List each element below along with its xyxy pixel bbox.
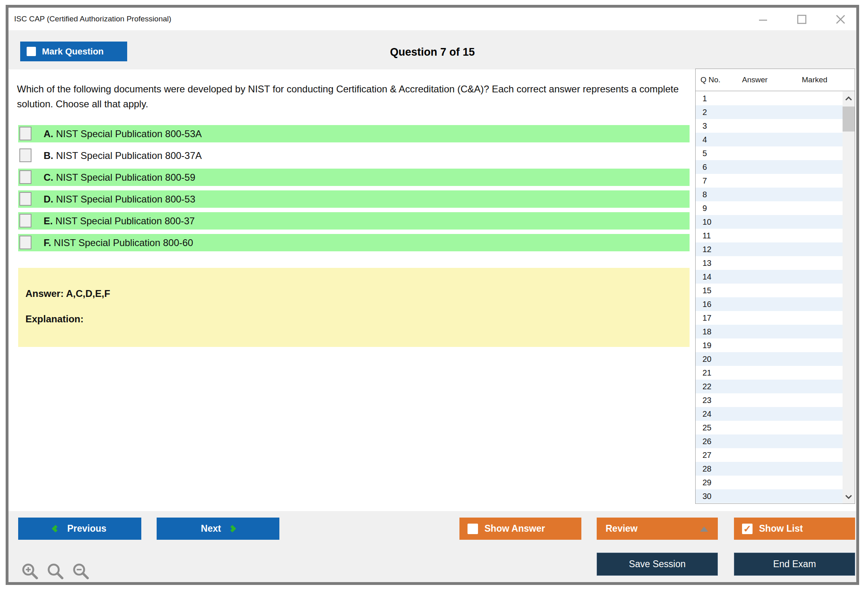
- option-letter: C.: [44, 172, 53, 183]
- save-session-button[interactable]: Save Session: [597, 553, 718, 576]
- show-list-button[interactable]: ✓ Show List: [734, 518, 855, 540]
- option-checkbox[interactable]: [19, 192, 31, 206]
- question-list-row[interactable]: 21: [696, 366, 843, 380]
- end-exam-button[interactable]: End Exam: [734, 553, 855, 576]
- window-title: ISC CAP (Certified Authorization Profess…: [14, 15, 171, 23]
- question-number: 29: [702, 476, 711, 489]
- question-list-row[interactable]: 12: [696, 242, 843, 256]
- zoom-out-icon[interactable]: [71, 562, 90, 582]
- question-list-row[interactable]: 22: [696, 380, 843, 393]
- question-list-row[interactable]: 17: [696, 311, 843, 325]
- question-list-row[interactable]: 26: [696, 434, 843, 448]
- question-list-panel: Q No. Answer Marked 1 2 3 4 5 6 7 8 9 10…: [695, 69, 855, 504]
- question-number: 17: [702, 311, 711, 325]
- question-list-row[interactable]: 16: [696, 297, 843, 311]
- question-number: 18: [702, 325, 711, 338]
- chevron-down-icon[interactable]: [843, 492, 855, 501]
- question-number: 3: [702, 119, 707, 133]
- question-list-row[interactable]: 7: [696, 174, 843, 188]
- answer-option-row[interactable]: A. NIST Special Publication 800-53A: [18, 125, 690, 142]
- show-list-label: Show List: [759, 523, 803, 534]
- question-list-row[interactable]: 20: [696, 352, 843, 366]
- question-list-row[interactable]: 9: [696, 201, 843, 215]
- option-letter: E.: [44, 215, 53, 227]
- column-header-marked: Marked: [802, 75, 827, 84]
- review-label: Review: [606, 523, 637, 534]
- maximize-icon[interactable]: [796, 13, 808, 25]
- next-button[interactable]: Next: [157, 518, 279, 540]
- show-answer-button[interactable]: Show Answer: [459, 518, 581, 540]
- question-number: 6: [702, 160, 707, 174]
- previous-label: Previous: [67, 523, 106, 534]
- option-letter: B.: [44, 150, 53, 161]
- question-number: 12: [702, 242, 711, 256]
- chevron-right-icon: [229, 525, 236, 532]
- question-list-row[interactable]: 6: [696, 160, 843, 174]
- option-text: NIST Special Publication 800-53A: [53, 128, 202, 140]
- zoom-toolbar: [21, 562, 90, 582]
- question-list-scrollbar[interactable]: [843, 92, 855, 503]
- question-list-row[interactable]: 28: [696, 462, 843, 476]
- question-list-row[interactable]: 10: [696, 215, 843, 229]
- question-list-row[interactable]: 5: [696, 146, 843, 160]
- review-button[interactable]: Review: [597, 518, 718, 540]
- question-list-row[interactable]: 24: [696, 407, 843, 421]
- question-number: 19: [702, 338, 711, 352]
- question-number: 14: [702, 270, 711, 284]
- question-list-rows: 1 2 3 4 5 6 7 8 9 10 11 12 13 14 15: [696, 92, 843, 503]
- question-list-row[interactable]: 2: [696, 105, 843, 119]
- answer-option-row[interactable]: D. NIST Special Publication 800-53: [18, 190, 690, 208]
- minimize-icon[interactable]: [757, 13, 769, 25]
- question-list-row[interactable]: 13: [696, 256, 843, 270]
- question-number: 27: [702, 448, 711, 462]
- end-exam-label: End Exam: [773, 559, 816, 570]
- question-number: 9: [702, 201, 707, 215]
- question-list-row[interactable]: 25: [696, 421, 843, 434]
- app-window: ISC CAP (Certified Authorization Profess…: [6, 5, 859, 585]
- question-list-row[interactable]: 27: [696, 448, 843, 462]
- question-list-row[interactable]: 3: [696, 119, 843, 133]
- question-number: 11: [702, 229, 711, 242]
- triangle-up-icon: [700, 526, 708, 532]
- question-list-row[interactable]: 15: [696, 284, 843, 297]
- answer-option-row[interactable]: C. NIST Special Publication 800-59: [18, 169, 690, 186]
- checkmark-icon: ✓: [743, 524, 751, 534]
- answer-explanation-box: Answer: A,C,D,E,F Explanation:: [18, 268, 690, 347]
- option-text: NIST Special Publication 800-37: [53, 215, 195, 227]
- scrollbar-thumb[interactable]: [843, 106, 855, 132]
- zoom-in-icon[interactable]: [21, 562, 39, 582]
- question-list-row[interactable]: 19: [696, 338, 843, 352]
- answer-option-row[interactable]: E. NIST Special Publication 800-37: [18, 212, 690, 230]
- question-list-row[interactable]: 18: [696, 325, 843, 338]
- question-list-row[interactable]: 23: [696, 393, 843, 407]
- option-checkbox[interactable]: [19, 236, 31, 249]
- chevron-up-icon[interactable]: [843, 94, 855, 103]
- explanation-line: Explanation:: [25, 313, 84, 325]
- question-list-row[interactable]: 8: [696, 188, 843, 201]
- option-checkbox[interactable]: [19, 148, 31, 162]
- option-checkbox[interactable]: [19, 170, 31, 184]
- option-letter: F.: [44, 237, 51, 248]
- question-number: 26: [702, 434, 711, 448]
- option-checkbox[interactable]: [19, 214, 31, 228]
- question-list-row[interactable]: 30: [696, 489, 843, 503]
- option-checkbox[interactable]: [19, 127, 31, 140]
- question-list-row[interactable]: 11: [696, 229, 843, 242]
- answer-option-row[interactable]: B. NIST Special Publication 800-37A: [18, 147, 690, 164]
- question-list-row[interactable]: 29: [696, 476, 843, 489]
- question-number: 23: [702, 393, 711, 407]
- show-list-checkbox-icon[interactable]: ✓: [742, 524, 753, 534]
- close-icon[interactable]: [834, 13, 847, 25]
- column-header-qno: Q No.: [700, 75, 721, 84]
- question-list-row[interactable]: 14: [696, 270, 843, 284]
- question-number: 7: [702, 174, 707, 188]
- question-number: 15: [702, 284, 711, 297]
- zoom-icon[interactable]: [46, 562, 65, 582]
- question-list-row[interactable]: 4: [696, 133, 843, 146]
- show-answer-checkbox-icon[interactable]: [468, 524, 478, 534]
- answer-option-row[interactable]: F. NIST Special Publication 800-60: [18, 234, 690, 251]
- question-list-row[interactable]: 1: [696, 92, 843, 105]
- next-label: Next: [201, 523, 221, 534]
- title-bar: ISC CAP (Certified Authorization Profess…: [8, 8, 856, 30]
- previous-button[interactable]: Previous: [18, 518, 141, 540]
